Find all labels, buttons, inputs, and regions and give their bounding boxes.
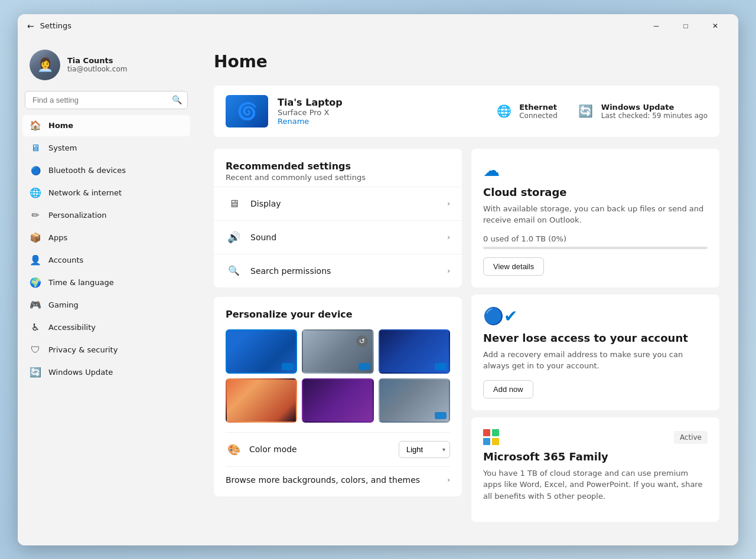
bluetooth-icon: 🔵: [30, 165, 41, 176]
search-button[interactable]: 🔍: [172, 95, 182, 104]
device-status-items: 🌐 Ethernet Connected 🔄 Windows Update La…: [494, 102, 708, 120]
sidebar-item-accounts[interactable]: 👤 Accounts: [22, 250, 190, 271]
rename-link[interactable]: Rename: [278, 117, 343, 126]
shield-icon: 🔵✔: [483, 306, 708, 326]
personalize-title: Personalize your device: [226, 309, 450, 320]
account-security-description: Add a recovery email address to make sur…: [483, 349, 708, 372]
sidebar-item-home[interactable]: 🏠 Home: [22, 115, 190, 136]
ms365-active-badge: Active: [674, 431, 708, 444]
device-thumb-inner: 🌀: [226, 95, 268, 128]
sidebar-item-label-home: Home: [48, 121, 73, 130]
color-mode-left: 🎨 Color mode: [226, 441, 297, 457]
color-mode-row: 🎨 Color mode Light Dark Custom ▾: [226, 432, 450, 458]
wallpaper-4[interactable]: [226, 378, 297, 423]
home-icon: 🏠: [30, 120, 41, 132]
settings-window: ← Settings ─ □ ✕ 👩‍💼 Tia Counts tia@outl…: [18, 14, 738, 545]
accounts-icon: 👤: [30, 254, 41, 266]
avatar: 👩‍💼: [30, 50, 60, 80]
storage-bar: [483, 247, 708, 249]
browse-themes-row[interactable]: Browse more backgrounds, colors, and the…: [226, 466, 450, 485]
ethernet-label: Ethernet: [519, 103, 558, 112]
ms365-logo: [483, 429, 500, 446]
recommended-header: Recommended settings Recent and commonly…: [214, 149, 462, 187]
system-icon: 🖥: [30, 142, 41, 154]
device-model: Surface Pro X: [278, 108, 343, 117]
selected-indicator: [282, 363, 294, 370]
maximize-button[interactable]: □: [672, 17, 699, 35]
sidebar-item-system[interactable]: 🖥 System: [22, 138, 190, 159]
sidebar-item-network[interactable]: 🌐 Network & internet: [22, 182, 190, 204]
sound-label: Sound: [250, 233, 276, 242]
privacy-icon: 🛡: [30, 344, 41, 356]
ms365-title: Microsoft 365 Family: [483, 450, 708, 463]
wallpaper-3-indicator: [435, 363, 447, 370]
right-panel: ☁️ Cloud storage With available storage,…: [471, 149, 719, 537]
close-button[interactable]: ✕: [702, 17, 729, 35]
ms365-sq-red: [483, 429, 490, 436]
account-security-title: Never lose access to your account: [483, 332, 708, 344]
wallpaper-1[interactable]: [226, 329, 297, 374]
avatar-image: 👩‍💼: [30, 50, 60, 80]
sidebar-item-update[interactable]: 🔄 Windows Update: [22, 362, 190, 383]
sidebar-item-label-update: Windows Update: [48, 368, 113, 377]
ethernet-value: Connected: [519, 112, 558, 120]
view-details-button[interactable]: View details: [483, 257, 544, 276]
wallpaper-2[interactable]: ↺: [302, 329, 373, 374]
wallpaper-grid: ↺: [226, 329, 450, 423]
account-security-card: 🔵✔ Never lose access to your account Add…: [471, 295, 719, 410]
storage-bar-container: 0 used of 1.0 TB (0%): [483, 234, 708, 249]
ms365-description: You have 1 TB of cloud storage and can u…: [483, 468, 708, 502]
ms365-sq-blue: [483, 438, 490, 445]
wallpaper-2-overlay: ↺: [356, 335, 368, 347]
display-settings-item[interactable]: 🖥 Display ›: [214, 187, 462, 220]
search-chevron: ›: [447, 267, 450, 275]
display-icon: 🖥: [226, 195, 242, 212]
titlebar-title: Settings: [40, 21, 71, 30]
sidebar-item-label-time: Time & language: [48, 278, 114, 287]
personalize-card: Personalize your device ↺: [214, 297, 462, 496]
ethernet-info: Ethernet Connected: [519, 103, 558, 120]
sound-settings-item[interactable]: 🔊 Sound ›: [214, 220, 462, 254]
search-item-left: 🔍 Search permissions: [226, 263, 331, 279]
ms365-sq-yellow: [492, 438, 499, 445]
minimize-button[interactable]: ─: [643, 17, 670, 35]
wallpaper-6-indicator: [435, 412, 447, 419]
storage-text: 0 used of 1.0 TB (0%): [483, 234, 708, 243]
device-card: 🌀 Tia's Laptop Surface Pro X Rename 🌐 Et…: [214, 86, 719, 137]
sidebar-item-accessibility[interactable]: ♿ Accessibility: [22, 317, 190, 338]
device-details: Tia's Laptop Surface Pro X Rename: [278, 97, 343, 126]
sidebar-item-label-network: Network & internet: [48, 188, 122, 197]
sidebar-item-time[interactable]: 🌍 Time & language: [22, 272, 190, 293]
sidebar-item-privacy[interactable]: 🛡 Privacy & security: [22, 339, 190, 361]
recommended-subtitle: Recent and commonly used settings: [226, 173, 450, 182]
back-icon[interactable]: ←: [27, 21, 34, 31]
network-icon: 🌐: [30, 187, 41, 199]
search-input[interactable]: [25, 91, 188, 109]
sidebar: 👩‍💼 Tia Counts tia@outlook.com 🔍 🏠 Home …: [18, 38, 195, 545]
cloud-icon: ☁️: [483, 161, 708, 180]
color-mode-select[interactable]: Light Dark Custom: [399, 441, 450, 458]
ms365-header: Active: [483, 429, 708, 446]
windows-update-value: Last checked: 59 minutes ago: [601, 112, 708, 120]
display-label: Display: [250, 199, 281, 208]
wallpaper-6[interactable]: [379, 378, 450, 423]
ms365-sq-green: [492, 429, 499, 436]
wallpaper-3[interactable]: [379, 329, 450, 374]
sidebar-item-personalization[interactable]: ✏️ Personalization: [22, 205, 190, 226]
windows-update-info: Windows Update Last checked: 59 minutes …: [601, 103, 708, 120]
wallpaper-5[interactable]: [302, 378, 373, 423]
content-area: 👩‍💼 Tia Counts tia@outlook.com 🔍 🏠 Home …: [18, 38, 738, 545]
browse-chevron: ›: [447, 476, 450, 484]
sidebar-item-bluetooth[interactable]: 🔵 Bluetooth & devices: [22, 160, 190, 181]
add-now-button[interactable]: Add now: [483, 380, 533, 398]
sidebar-item-label-bluetooth: Bluetooth & devices: [48, 166, 126, 175]
color-mode-icon: 🎨: [226, 441, 242, 457]
device-name: Tia's Laptop: [278, 97, 343, 108]
color-mode-label: Color mode: [249, 444, 297, 454]
sidebar-item-gaming[interactable]: 🎮 Gaming: [22, 295, 190, 316]
sidebar-item-apps[interactable]: 📦 Apps: [22, 227, 190, 249]
user-profile: 👩‍💼 Tia Counts tia@outlook.com: [22, 45, 190, 90]
update-icon: 🔄: [30, 367, 41, 378]
sound-item-left: 🔊 Sound: [226, 229, 276, 246]
search-permissions-item[interactable]: 🔍 Search permissions ›: [214, 254, 462, 287]
